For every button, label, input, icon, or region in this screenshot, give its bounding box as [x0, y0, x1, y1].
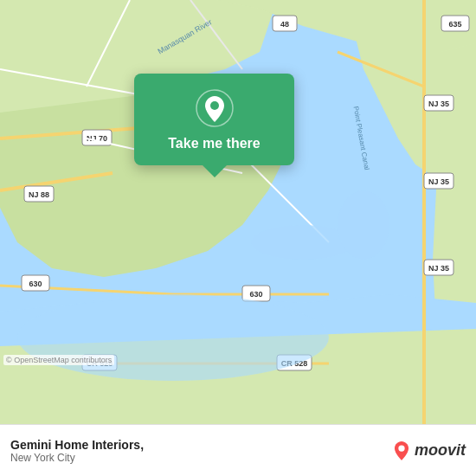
svg-text:NJ 35: NJ 35 — [428, 264, 449, 273]
map-container: NJ 70 NJ 88 NJ 35 NJ 35 NJ 35 48 635 630… — [0, 0, 476, 424]
svg-point-46 — [17, 294, 329, 381]
svg-text:NJ 88: NJ 88 — [29, 190, 49, 199]
svg-text:NJ 35: NJ 35 — [428, 177, 449, 186]
svg-point-48 — [210, 101, 219, 110]
popup-card[interactable]: Take me there — [134, 74, 294, 165]
svg-text:NJ 35: NJ 35 — [428, 100, 449, 108]
moovit-brand-text: moovit — [415, 441, 466, 460]
location-pin-icon — [196, 89, 234, 127]
bottom-bar: Gemini Home Interiors, New York City moo… — [0, 424, 476, 476]
svg-text:630: 630 — [249, 290, 262, 299]
svg-point-49 — [398, 445, 404, 451]
svg-point-45 — [338, 190, 389, 260]
svg-text:635: 635 — [448, 20, 461, 29]
svg-text:48: 48 — [280, 20, 289, 29]
moovit-logo: moovit — [392, 441, 466, 460]
moovit-pin-icon — [392, 441, 411, 460]
place-city: New York City — [10, 452, 144, 464]
place-info: Gemini Home Interiors, New York City — [10, 438, 144, 464]
popup-label: Take me there — [168, 136, 260, 151]
place-name: Gemini Home Interiors, — [10, 438, 144, 452]
map-attribution: © OpenStreetMap contributors — [3, 355, 114, 365]
svg-text:630: 630 — [29, 280, 42, 288]
